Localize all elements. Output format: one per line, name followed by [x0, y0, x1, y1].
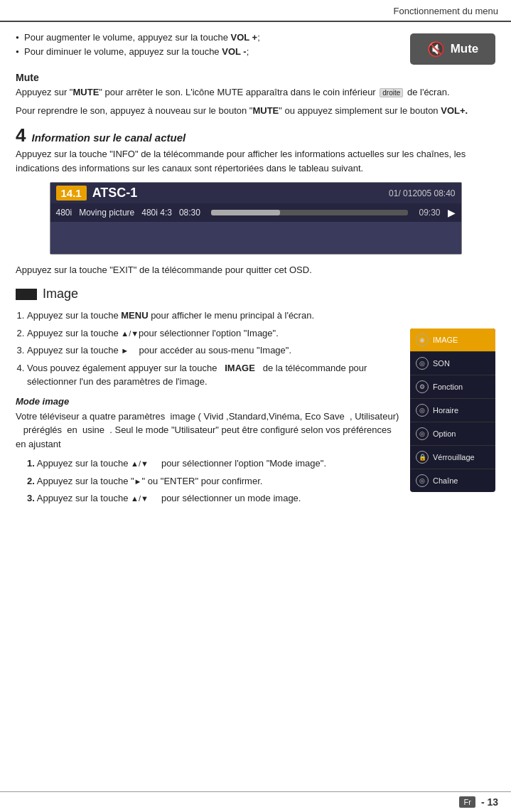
image-step-3: Appuyez sur la touche ► pour accéder au …	[27, 343, 400, 358]
channel-info-box: 14.1 ATSC-1 01/ 012005 08:40 480i Moving…	[50, 182, 462, 255]
menu-label-horaire: Horaire	[433, 406, 458, 415]
menu-item-image[interactable]: ◉ IMAGE	[410, 328, 495, 352]
mute-button-visual: 🔇 Mute	[410, 33, 495, 65]
channel-name: ATSC-1	[92, 186, 389, 201]
image-section-wrapper: Image Appuyez sur la touche MENU pour af…	[16, 287, 495, 509]
play-icon: ▶	[448, 207, 456, 218]
sub-step-3: 3. Appuyez sur la touche ▲/▼ pour sélect…	[16, 491, 400, 506]
mute-icon: 🔇	[427, 41, 445, 58]
menu-label-fonction: Fonction	[433, 383, 463, 391]
info-tag-ratio: 480i 4:3	[141, 208, 172, 218]
time-start: 08:30	[179, 208, 200, 218]
page-footer: Fr - 13	[0, 791, 511, 812]
mute-section: Mute Appuyez sur "MUTE" pour arrêter le …	[16, 72, 495, 117]
sub-step-2: 2. Appuyez sur la touche "►" ou "ENTER" …	[16, 474, 400, 488]
mute-top-section: Pour augmenter le volume, appuyez sur la…	[16, 32, 495, 65]
menu-label-son: SON	[433, 359, 450, 368]
page-content: Pour augmenter le volume, appuyez sur la…	[0, 22, 511, 516]
image-step-4: Vous pouvez également appuyer sur la tou…	[27, 361, 400, 389]
page-header: Fonctionnement du menu	[0, 0, 511, 22]
section-4: 4 Information sur le canal actuel Appuye…	[16, 126, 495, 255]
channel-info-bottom	[50, 222, 461, 254]
section-4-number: 4	[16, 126, 26, 144]
sub-step-1: 1. Appuyez sur la touche ▲/▼ pour sélect…	[16, 456, 400, 471]
menu-item-horaire[interactable]: ◎ Horaire	[410, 399, 495, 422]
progress-bar-fill	[211, 210, 280, 215]
header-title: Fonctionnement du menu	[394, 6, 498, 16]
menu-label-image: IMAGE	[433, 336, 458, 344]
bullet-vol-up: Pour augmenter le volume, appuyez sur la…	[16, 32, 396, 43]
image-section: Appuyez sur la touche MENU pour afficher…	[16, 309, 495, 509]
mute-heading: Mute	[16, 72, 495, 83]
image-step-1: Appuyez sur la touche MENU pour afficher…	[27, 309, 400, 323]
channel-info-top: 14.1 ATSC-1 01/ 012005 08:40	[50, 183, 461, 203]
menu-icon-option: ◎	[416, 427, 429, 440]
sub-steps-list: 1. Appuyez sur la touche ▲/▼ pour sélect…	[16, 456, 400, 506]
volume-bullets: Pour augmenter le volume, appuyez sur la…	[16, 32, 396, 60]
menu-label-chaine: Chaîne	[433, 476, 458, 485]
footer-lang: Fr	[459, 796, 475, 808]
menu-item-son[interactable]: ◎ SON	[410, 352, 495, 375]
image-section-title: Image	[16, 287, 495, 301]
menu-icon-image: ◉	[416, 333, 429, 346]
channel-datetime: 01/ 012005 08:40	[389, 188, 455, 198]
mode-image-text: Votre téléviseur a quatre paramètres ima…	[16, 410, 400, 452]
image-left-content: Appuyez sur la touche MENU pour afficher…	[16, 309, 400, 509]
menu-icon-horaire: ◎	[416, 404, 429, 417]
menu-item-chaine[interactable]: ◎ Chaîne	[410, 469, 495, 492]
menu-label-option: Option	[433, 429, 456, 438]
menu-icon-verrouillage: 🔒	[416, 451, 429, 464]
time-end: 09:30	[419, 208, 440, 218]
mute-btn-label: Mute	[451, 42, 479, 56]
black-rect-icon	[16, 289, 37, 300]
exit-note: Appuyez sur la touche "EXIT" de la téléc…	[16, 265, 495, 275]
channel-info-mid: 480i Moving picture 480i 4:3 08:30 09:30…	[50, 203, 461, 222]
droite-tag: droite	[380, 88, 403, 97]
menu-icon-son: ◎	[416, 357, 429, 370]
menu-panel: ◉ IMAGE ◎ SON ⚙ Fonction ◎ Horaire ◎ O	[410, 328, 495, 492]
section-4-title: 4 Information sur le canal actuel	[16, 126, 495, 144]
image-step-2: Appuyez sur la touche ▲/▼pour sélectionn…	[27, 326, 400, 341]
menu-item-verrouillage[interactable]: 🔒 Vérrouillage	[410, 446, 495, 469]
menu-item-option[interactable]: ◎ Option	[410, 422, 495, 446]
mode-image-title: Mode image	[16, 396, 400, 407]
image-section-label: Image	[43, 287, 78, 301]
menu-icon-fonction: ⚙	[416, 380, 429, 393]
info-tag-480i: 480i	[56, 208, 72, 218]
menu-label-verrouillage: Vérrouillage	[433, 453, 475, 461]
menu-item-fonction[interactable]: ⚙ Fonction	[410, 375, 495, 399]
footer-page: - 13	[481, 796, 498, 808]
section-4-subtitle: Information sur le canal actuel	[31, 132, 185, 144]
bullet-vol-down: Pour diminuer le volume, appuyez sur la …	[16, 46, 396, 57]
image-steps-list: Appuyez sur la touche MENU pour afficher…	[16, 309, 400, 389]
mute-para1: Appuyez sur "MUTE" pour arrêter le son. …	[16, 85, 495, 100]
menu-icon-chaine: ◎	[416, 474, 429, 487]
progress-bar	[211, 210, 409, 215]
channel-number: 14.1	[56, 186, 87, 201]
section-4-body: Appuyez sur la touche "INFO" de la téléc…	[16, 147, 495, 175]
mute-para2: Pour reprendre le son, appuyez à nouveau…	[16, 104, 495, 118]
info-tag-moving: Moving picture	[79, 208, 134, 218]
